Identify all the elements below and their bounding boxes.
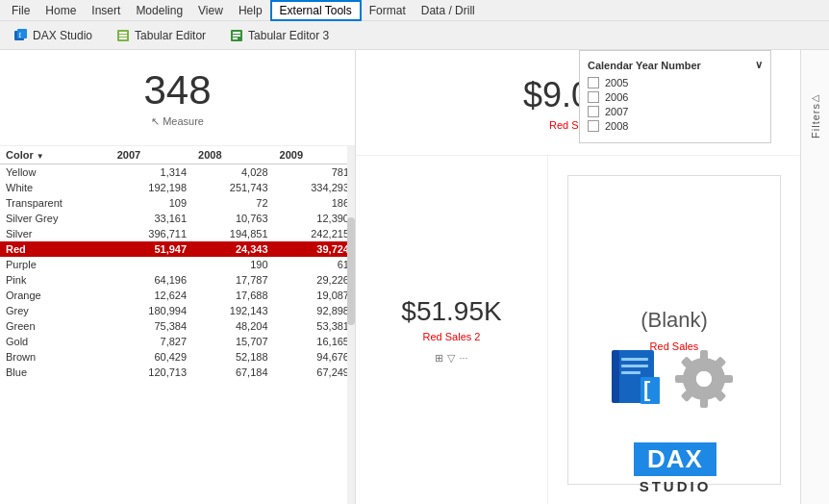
dax-studio-button[interactable]: [ DAX Studio: [8, 26, 98, 45]
menu-help[interactable]: Help: [231, 2, 270, 19]
calendar-title-row: Calendar Year Number ∨: [588, 59, 763, 71]
cell-color: White: [0, 180, 112, 195]
svg-rect-21: [612, 350, 619, 403]
svg-rect-15: [721, 375, 733, 383]
book-icon: [: [612, 348, 669, 411]
cell-2007: 12,624: [112, 288, 192, 303]
cell-2009: 186: [274, 195, 355, 211]
cell-2009: 19,087: [274, 288, 355, 303]
col-color-header[interactable]: Color ▼: [0, 146, 112, 164]
filter-expand-icon[interactable]: ◁: [812, 92, 819, 103]
svg-rect-10: [233, 38, 238, 39]
svg-rect-22: [621, 358, 648, 361]
cell-color: Yellow: [0, 164, 112, 181]
svg-rect-13: [700, 396, 708, 408]
table-row: Grey 180,994 192,143 92,898: [0, 303, 355, 318]
calendar-filter-panel: Calendar Year Number ∨ 2005 2006 2007 20…: [579, 50, 771, 143]
cell-color: Orange: [0, 288, 112, 303]
calendar-option[interactable]: 2005: [588, 77, 763, 88]
more-icon[interactable]: ···: [459, 352, 467, 365]
calendar-options: 2005 2006 2007 2008: [588, 77, 763, 132]
table-row: Silver 396,711 194,851 242,215: [0, 226, 355, 241]
calendar-year-label: 2006: [605, 91, 628, 103]
calendar-option[interactable]: 2008: [588, 120, 763, 132]
cell-2008: 192,143: [192, 303, 273, 318]
cell-2009: 16,165: [274, 334, 355, 349]
col-2008-header: 2008: [192, 146, 273, 164]
cell-2007: 396,711: [112, 226, 192, 241]
tabular-editor3-label: Tabular Editor 3: [248, 29, 329, 42]
cell-2007: [112, 257, 192, 272]
menu-external-tools[interactable]: External Tools: [270, 0, 362, 21]
cell-2008: 72: [192, 195, 273, 211]
svg-rect-14: [675, 375, 687, 383]
table-scrollbar[interactable]: [347, 146, 355, 504]
dax-logo: [: [608, 340, 742, 446]
cell-color: Brown: [0, 349, 112, 365]
calendar-checkbox[interactable]: [588, 106, 599, 117]
cell-2007: 75,384: [112, 318, 192, 334]
svg-rect-6: [119, 38, 127, 39]
calendar-checkbox[interactable]: [588, 91, 599, 103]
dax-icon: [: [13, 28, 29, 43]
dax-studio-label: DAX Studio: [33, 29, 92, 42]
svg-text:[: [: [19, 32, 21, 38]
calendar-option[interactable]: 2006: [588, 91, 763, 103]
menu-file[interactable]: File: [4, 2, 38, 19]
cell-color: Grey: [0, 303, 112, 318]
cell-color: Green: [0, 318, 112, 334]
cell-color: Blue: [0, 365, 112, 380]
cell-2009: 334,293: [274, 180, 355, 195]
cell-2009: 242,215: [274, 226, 355, 241]
menu-bar: File Home Insert Modeling View Help Exte…: [0, 0, 829, 21]
cell-2009: 12,390: [274, 211, 355, 226]
table-area[interactable]: Color ▼ 2007 2008 2009 Yellow 1,314 4,02…: [0, 146, 355, 504]
blank-value: (Blank): [641, 308, 708, 333]
svg-point-11: [696, 371, 712, 387]
cell-color: Red: [0, 241, 112, 257]
cell-2008: 67,184: [192, 365, 273, 380]
cell-2009: 39,724: [274, 241, 355, 257]
calendar-option[interactable]: 2007: [588, 106, 763, 117]
calendar-chevron-icon[interactable]: ∨: [755, 59, 763, 71]
filters-label[interactable]: Filters: [810, 103, 821, 139]
funnel-icon[interactable]: ▽: [447, 352, 455, 365]
table-row: Purple 190 61: [0, 257, 355, 272]
cell-2007: 180,994: [112, 303, 192, 318]
tabular-editor-label: Tabular Editor: [135, 29, 206, 42]
calendar-checkbox[interactable]: [588, 77, 599, 88]
cell-2007: 7,827: [112, 334, 192, 349]
tabular-editor-button[interactable]: Tabular Editor: [110, 26, 212, 45]
kpi-red-sales-2-label: Red Sales 2: [423, 331, 481, 342]
dax-text-box: DAX: [634, 442, 716, 476]
table-row: Red 51,947 24,343 39,724: [0, 241, 355, 257]
calendar-checkbox[interactable]: [588, 120, 599, 132]
cell-2008: 52,188: [192, 349, 273, 365]
svg-text:[: [: [643, 377, 651, 401]
right-panel: $9.02K Red Sales 3 $51.95K Red Sales 2 ⊞…: [356, 50, 800, 504]
table-row: Yellow 1,314 4,028 781: [0, 164, 355, 181]
menu-insert[interactable]: Insert: [84, 2, 128, 19]
menu-format[interactable]: Format: [362, 2, 414, 19]
tabular-editor3-button[interactable]: Tabular Editor 3: [223, 26, 335, 45]
cell-color: Purple: [0, 257, 112, 272]
menu-view[interactable]: View: [190, 2, 231, 19]
calendar-year-label: 2005: [605, 77, 628, 88]
left-panel: 348 ↖ Measure Color ▼ 2007 2008 2009: [0, 50, 356, 504]
cell-color: Silver: [0, 226, 112, 241]
cell-2009: 781: [274, 164, 355, 181]
cell-color: Gold: [0, 334, 112, 349]
cursor-icon: ↖: [151, 115, 160, 127]
cell-2009: 92,898: [274, 303, 355, 318]
menu-data-drill[interactable]: Data / Drill: [414, 2, 483, 19]
filter-icon[interactable]: ⊞: [435, 352, 443, 365]
filter-sidebar: ◁ Filters: [800, 50, 829, 504]
cell-2007: 120,713: [112, 365, 192, 380]
table-row: Pink 64,196 17,787 29,226: [0, 272, 355, 288]
cell-2008: 24,343: [192, 241, 273, 257]
menu-modeling[interactable]: Modeling: [128, 2, 190, 19]
cell-2008: 10,763: [192, 211, 273, 226]
data-table: Color ▼ 2007 2008 2009 Yellow 1,314 4,02…: [0, 146, 355, 380]
menu-home[interactable]: Home: [38, 2, 84, 19]
table-row: Orange 12,624 17,688 19,087: [0, 288, 355, 303]
